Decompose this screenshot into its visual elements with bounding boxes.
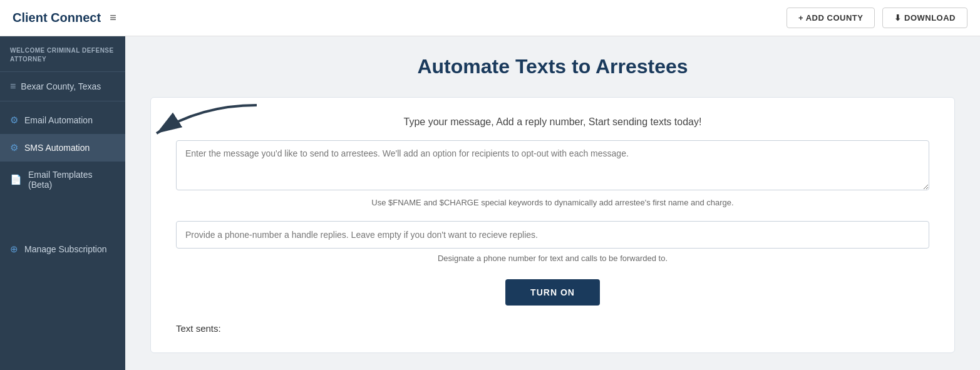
- text-sents-label: Text sents:: [176, 323, 929, 334]
- message-hint-text: Use $FNAME and $CHARGE special keywords …: [176, 198, 929, 207]
- plus-circle-icon: ⊕: [10, 244, 18, 255]
- email-automation-label: Email Automation: [24, 115, 93, 125]
- download-button[interactable]: ⬇ DOWNLOAD: [882, 8, 967, 28]
- navbar-left: Client Connect ≡: [13, 11, 116, 25]
- navbar: Client Connect ≡ + ADD COUNTY ⬇ DOWNLOAD: [0, 0, 980, 36]
- page-title: Automate Texts to Arrestees: [150, 55, 955, 78]
- sidebar-item-email-templates[interactable]: 📄 Email Templates (Beta): [0, 162, 125, 198]
- main-layout: WELCOME CRIMINAL DEFENSE ATTORNEY ≡ Bexa…: [0, 36, 980, 370]
- county-label: Bexar County, Texas: [21, 81, 101, 91]
- app-brand: Client Connect: [13, 11, 101, 25]
- phone-hint-text: Designate a phone number for text and ca…: [176, 254, 929, 263]
- sidebar-item-manage-subscription[interactable]: ⊕ Manage Subscription: [0, 235, 125, 263]
- sidebar-item-sms-automation[interactable]: ⚙ SMS Automation: [0, 134, 125, 162]
- gear-icon: ⚙: [10, 115, 18, 126]
- manage-subscription-label: Manage Subscription: [24, 244, 107, 254]
- sidebar-nav: ⚙ Email Automation ⚙ SMS Automation 📄 Em…: [0, 101, 125, 263]
- sidebar-county[interactable]: ≡ Bexar County, Texas: [0, 72, 125, 101]
- sms-automation-card: Type your message, Add a reply number, S…: [150, 97, 955, 353]
- card-intro-text: Type your message, Add a reply number, S…: [176, 116, 929, 128]
- hamburger-icon[interactable]: ≡: [110, 11, 116, 24]
- message-textarea[interactable]: [176, 140, 929, 190]
- navbar-right: + ADD COUNTY ⬇ DOWNLOAD: [787, 8, 967, 28]
- phone-number-input[interactable]: [176, 221, 929, 249]
- sidebar: WELCOME CRIMINAL DEFENSE ATTORNEY ≡ Bexa…: [0, 36, 125, 370]
- document-icon: 📄: [10, 174, 22, 185]
- turn-on-button[interactable]: TURN ON: [505, 279, 600, 306]
- sidebar-welcome: WELCOME CRIMINAL DEFENSE ATTORNEY: [0, 36, 125, 72]
- email-templates-label: Email Templates (Beta): [28, 170, 115, 190]
- sidebar-item-email-automation[interactable]: ⚙ Email Automation: [0, 106, 125, 134]
- sms-automation-label: SMS Automation: [24, 143, 90, 153]
- gear-icon-sms: ⚙: [10, 142, 18, 153]
- menu-icon: ≡: [10, 81, 16, 92]
- add-county-button[interactable]: + ADD COUNTY: [787, 8, 875, 28]
- main-content: Automate Texts to Arrestees Type your me…: [125, 36, 980, 370]
